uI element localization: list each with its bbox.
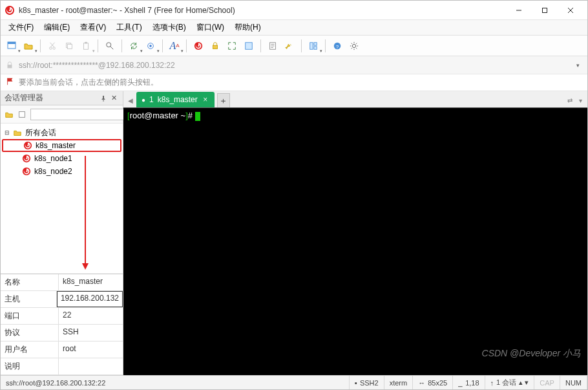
toolbar: ▾ ▾ ▾ ▾ ▾ AA▾ ▾ ? xyxy=(1,36,587,56)
highlight-button[interactable] xyxy=(282,39,297,53)
session-toolbar: ➤ xyxy=(1,105,123,124)
flag-icon xyxy=(6,77,15,88)
session-icon xyxy=(21,166,32,177)
fullscreen-button[interactable] xyxy=(225,39,239,53)
session-icon xyxy=(23,140,33,151)
tree-root[interactable]: ⊟ 所有会话 xyxy=(2,126,121,139)
session-item-k8s-master[interactable]: k8s_master xyxy=(2,139,121,152)
xshell-button[interactable] xyxy=(191,39,205,53)
close-panel-icon[interactable]: ✕ xyxy=(109,93,119,103)
session-item-k8s-node2[interactable]: k8s_node2 xyxy=(2,165,121,178)
tab-label: k8s_master xyxy=(158,95,198,104)
paste-button[interactable]: ▾ xyxy=(79,39,93,53)
svg-rect-21 xyxy=(8,65,12,68)
session-label: k8s_master xyxy=(34,141,77,150)
svg-rect-0 xyxy=(543,8,547,12)
menu-tools[interactable]: 工具(T) xyxy=(112,21,145,34)
session-manager-title: 会话管理器 xyxy=(5,92,98,103)
menu-tabs[interactable]: 选项卡(B) xyxy=(149,21,190,34)
xshell-icon xyxy=(5,5,15,16)
tab-prev-icon[interactable]: ◀ xyxy=(126,93,135,107)
maximize-button[interactable] xyxy=(532,1,558,19)
transparency-button[interactable] xyxy=(242,39,256,53)
status-pos: ⎯ 1,18 xyxy=(453,376,485,389)
session-tree: ⊟ 所有会话 k8s_master k8s_node1 k8s_no xyxy=(1,124,123,274)
svg-point-3 xyxy=(50,47,52,49)
terminal[interactable]: [root@master ~]# CSDN @Developer 小马 xyxy=(123,108,587,375)
new-session-button[interactable]: ▾ xyxy=(5,39,19,53)
menu-help[interactable]: 帮助(H) xyxy=(231,21,265,34)
app-window: k8s_master - root@master:~ - Xshell 7 (F… xyxy=(0,0,588,390)
layout-button[interactable]: ▾ xyxy=(306,39,320,53)
folder-icon xyxy=(12,127,23,138)
font-button[interactable]: AA▾ xyxy=(167,39,182,53)
tab-next-icon[interactable]: ⇄ xyxy=(565,93,574,107)
close-button[interactable] xyxy=(558,1,583,19)
disconnect-button[interactable]: ▾ xyxy=(143,39,158,53)
menu-file[interactable]: 文件(F) xyxy=(5,21,37,34)
session-item-k8s-node1[interactable]: k8s_node1 xyxy=(2,152,121,165)
new-session-icon[interactable] xyxy=(17,108,26,121)
tree-root-label: 所有会话 xyxy=(24,127,58,138)
svg-text:?: ? xyxy=(336,43,339,49)
help-button[interactable]: ? xyxy=(330,39,344,53)
tab-close-icon[interactable]: × xyxy=(202,95,209,104)
status-bar: ssh://root@192.168.200.132:22 ▪SSH2 xter… xyxy=(1,375,587,389)
status-cap: CAP xyxy=(534,376,560,389)
tab-add-button[interactable]: ＋ xyxy=(217,93,230,107)
main-area: ◀ ● 1 k8s_master × ＋ ⇄ ▾ [root@master ~]… xyxy=(123,91,587,375)
status-protocol: ▪SSH2 xyxy=(350,376,384,389)
svg-rect-17 xyxy=(314,46,317,49)
prop-host: 主机192.168.200.132 xyxy=(1,291,123,308)
svg-rect-12 xyxy=(213,45,218,49)
tab-status-dot: ● xyxy=(142,96,145,103)
session-manager-header: 会话管理器 ✕ xyxy=(1,91,123,105)
svg-rect-2 xyxy=(8,42,16,44)
cut-button[interactable] xyxy=(45,39,59,53)
watermark: CSDN @Developer 小马 xyxy=(482,348,581,360)
session-label: k8s_node1 xyxy=(33,154,74,163)
menu-window[interactable]: 窗口(W) xyxy=(193,21,228,34)
property-grid: 名称k8s_master 主机192.168.200.132 端口22 协议SS… xyxy=(1,274,123,375)
tab-bar: ◀ ● 1 k8s_master × ＋ ⇄ ▾ xyxy=(123,91,587,108)
svg-rect-13 xyxy=(246,42,253,49)
address-dropdown[interactable]: ▾ xyxy=(572,61,583,70)
menu-edit[interactable]: 编辑(E) xyxy=(40,21,74,34)
svg-rect-16 xyxy=(314,42,317,45)
new-folder-icon[interactable] xyxy=(5,108,14,121)
menu-view[interactable]: 查看(V) xyxy=(76,21,110,34)
status-connection: ssh://root@192.168.200.132:22 xyxy=(1,376,350,389)
hint-bar: 要添加当前会话，点击左侧的箭头按钮。 xyxy=(1,74,587,91)
settings-button[interactable] xyxy=(347,39,361,53)
minimize-button[interactable] xyxy=(506,1,532,19)
tab-menu-icon[interactable]: ▾ xyxy=(576,93,585,107)
prop-name: 名称k8s_master xyxy=(1,274,123,291)
address-text[interactable]: ssh://root:***************@192.168.200.1… xyxy=(19,61,569,70)
collapse-icon[interactable]: ⊟ xyxy=(5,129,11,136)
session-filter-input[interactable] xyxy=(30,109,126,120)
reconnect-button[interactable]: ▾ xyxy=(127,39,141,53)
prop-desc: 说明 xyxy=(1,358,123,375)
lock-button[interactable] xyxy=(208,39,222,53)
tab-k8s-master[interactable]: ● 1 k8s_master × xyxy=(136,92,215,107)
window-title: k8s_master - root@master:~ - Xshell 7 (F… xyxy=(19,6,506,15)
svg-point-20 xyxy=(352,44,355,47)
svg-rect-6 xyxy=(67,44,72,49)
terminal-cursor xyxy=(195,112,200,121)
script-button[interactable] xyxy=(266,39,280,53)
open-button[interactable]: ▾ xyxy=(21,39,36,53)
svg-point-11 xyxy=(149,45,152,47)
session-label: k8s_node2 xyxy=(33,167,74,176)
svg-rect-15 xyxy=(310,42,313,49)
status-num: NUM xyxy=(560,376,587,389)
session-manager-panel: 会话管理器 ✕ ➤ ⊟ 所有会话 xyxy=(1,91,123,375)
svg-point-9 xyxy=(107,42,111,47)
copy-button[interactable] xyxy=(62,39,76,53)
status-session-count: ↑ 1 会话 ▴ ▾ xyxy=(485,376,535,389)
pin-icon[interactable] xyxy=(98,93,109,103)
session-icon xyxy=(21,153,32,164)
prop-port: 端口22 xyxy=(1,308,123,325)
find-button[interactable] xyxy=(103,39,117,53)
svg-point-4 xyxy=(53,47,56,49)
binary-icon: ▪ xyxy=(355,379,357,387)
